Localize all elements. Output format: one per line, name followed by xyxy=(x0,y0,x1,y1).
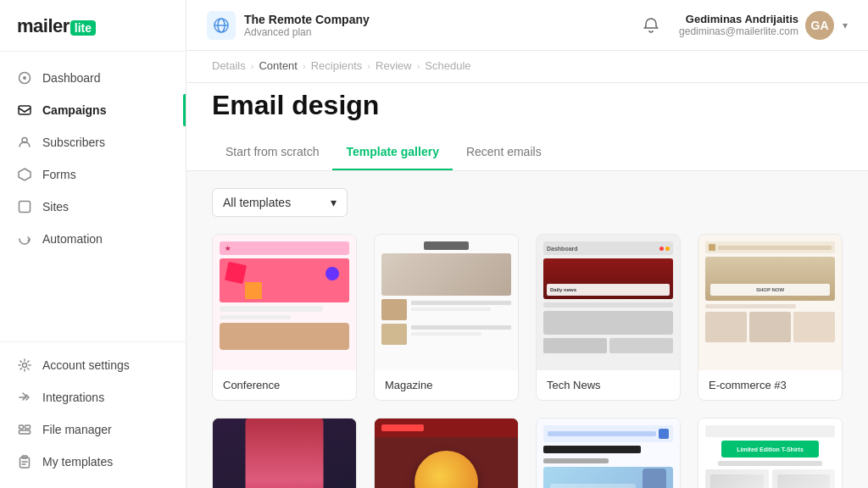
sidebar: mailerlite Dashboard Campaigns Subscribe… xyxy=(0,0,186,488)
logo-area: mailerlite xyxy=(0,0,186,52)
avatar: GA xyxy=(805,11,834,40)
sidebar-item-integrations[interactable]: Integrations xyxy=(0,381,186,413)
svg-rect-11 xyxy=(20,458,30,468)
template-label-ecommerce3: E-commerce #3 xyxy=(698,370,842,400)
tab-recent-emails[interactable]: Recent emails xyxy=(453,135,555,170)
template-card-magazine[interactable]: Magazine xyxy=(374,234,519,401)
sidebar-item-sites-label: Sites xyxy=(42,200,69,214)
template-card-pizza[interactable]: Restaurant xyxy=(374,418,519,488)
gallery-area: All templates ▾ ★ xyxy=(186,171,868,488)
sidebar-item-sites[interactable]: Sites xyxy=(0,191,186,223)
user-details: Gediminas Andrijaitis gediminas@mailerli… xyxy=(679,13,798,37)
svg-point-6 xyxy=(23,363,27,368)
user-email: gediminas@mailerlite.com xyxy=(679,25,798,37)
template-card-light-shirt[interactable]: Limited Edition T-Shirts xyxy=(698,418,843,488)
breadcrumb-sep-2: › xyxy=(303,61,306,71)
sidebar-item-dashboard-label: Dashboard xyxy=(42,71,101,85)
template-label-magazine: Magazine xyxy=(375,370,518,400)
svg-rect-2 xyxy=(19,106,31,114)
breadcrumb-recipients[interactable]: Recipients xyxy=(311,59,363,72)
template-card-dashboard-stats[interactable]: Newsletter #2 xyxy=(536,418,681,488)
template-card-tech-news[interactable]: Dashboard Daily news xyxy=(536,234,681,401)
template-thumb-magazine xyxy=(375,235,518,370)
sidebar-item-campaigns[interactable]: Campaigns xyxy=(0,94,186,126)
template-card-ecommerce3[interactable]: SHOP NOW E-commerce #3 xyxy=(698,234,843,401)
automation-icon xyxy=(17,231,32,247)
svg-point-1 xyxy=(23,76,26,80)
user-name: Gediminas Andrijaitis xyxy=(679,13,798,25)
template-card-fitness[interactable]: Fitness xyxy=(212,418,357,488)
sidebar-item-my-templates[interactable]: My templates xyxy=(0,446,186,478)
company-avatar xyxy=(207,11,236,40)
company-info[interactable]: The Remote Company Advanced plan xyxy=(207,11,370,40)
breadcrumb-bar: Details › Content › Recipients › Review … xyxy=(186,51,868,83)
breadcrumb-review[interactable]: Review xyxy=(376,59,412,72)
template-thumb-pizza xyxy=(375,419,518,488)
logo: mailerlite xyxy=(17,20,96,35)
account-settings-icon xyxy=(17,358,32,373)
breadcrumb-content[interactable]: Content xyxy=(259,59,298,72)
company-name: The Remote Company xyxy=(244,13,370,26)
svg-rect-8 xyxy=(19,430,31,434)
company-plan: Advanced plan xyxy=(244,26,370,38)
main-area: The Remote Company Advanced plan Gedimin… xyxy=(186,0,868,488)
svg-marker-4 xyxy=(19,169,31,180)
chevron-down-icon: ▾ xyxy=(843,19,848,31)
template-label-tech-news: Tech News xyxy=(537,370,680,400)
template-card-conference[interactable]: ★ Conference xyxy=(212,234,357,401)
sidebar-nav: Dashboard Campaigns Subscribers Forms Si… xyxy=(0,52,186,341)
file-manager-icon xyxy=(17,422,32,437)
sidebar-item-campaigns-label: Campaigns xyxy=(42,103,106,117)
tab-template-gallery[interactable]: Template gallery xyxy=(332,135,452,170)
breadcrumb-details[interactable]: Details xyxy=(212,59,246,72)
template-label-conference: Conference xyxy=(213,370,356,400)
filter-label: All templates xyxy=(223,196,291,209)
tab-start-from-scratch[interactable]: Start from scratch xyxy=(212,135,332,170)
sidebar-item-account-settings-label: Account settings xyxy=(42,358,130,372)
template-thumb-ecommerce3: SHOP NOW xyxy=(698,235,842,370)
user-menu[interactable]: Gediminas Andrijaitis gediminas@mailerli… xyxy=(679,11,848,40)
chevron-down-icon: ▾ xyxy=(331,196,337,209)
sidebar-item-subscribers[interactable]: Subscribers xyxy=(0,126,186,158)
template-grid: ★ Conference xyxy=(212,234,843,488)
my-templates-icon xyxy=(17,454,32,469)
svg-rect-9 xyxy=(25,425,31,429)
forms-icon xyxy=(17,167,32,182)
sidebar-item-automation-label: Automation xyxy=(42,232,103,246)
filter-row: All templates ▾ xyxy=(212,188,843,217)
tabs-bar: Start from scratch Template gallery Rece… xyxy=(186,135,868,171)
subscribers-icon xyxy=(17,135,32,150)
sidebar-item-my-templates-label: My templates xyxy=(42,455,113,469)
breadcrumb-sep-3: › xyxy=(367,61,370,71)
campaigns-icon xyxy=(17,103,32,118)
breadcrumb-sep-4: › xyxy=(417,61,420,71)
sidebar-item-forms-label: Forms xyxy=(42,168,76,181)
sidebar-bottom: Account settings Integrations File manag… xyxy=(0,341,186,488)
sidebar-item-file-manager[interactable]: File manager xyxy=(0,413,186,446)
breadcrumb-sep-1: › xyxy=(251,61,254,71)
sidebar-item-dashboard[interactable]: Dashboard xyxy=(0,62,186,94)
sidebar-item-account-settings[interactable]: Account settings xyxy=(0,349,186,381)
sidebar-item-automation[interactable]: Automation xyxy=(0,223,186,255)
page-title-section: Email design xyxy=(186,83,868,135)
sites-icon xyxy=(17,199,32,214)
company-details: The Remote Company Advanced plan xyxy=(244,13,370,38)
sidebar-item-forms[interactable]: Forms xyxy=(0,158,186,191)
header-right: Gediminas Andrijaitis gediminas@mailerli… xyxy=(637,11,848,40)
filter-dropdown[interactable]: All templates ▾ xyxy=(212,188,348,217)
content-area: Details › Content › Recipients › Review … xyxy=(186,51,868,488)
template-thumb-fitness xyxy=(213,419,356,488)
sidebar-item-subscribers-label: Subscribers xyxy=(42,136,105,149)
top-header: The Remote Company Advanced plan Gedimin… xyxy=(186,0,868,51)
breadcrumb: Details › Content › Recipients › Review … xyxy=(212,59,843,72)
svg-rect-5 xyxy=(19,202,31,213)
svg-rect-7 xyxy=(19,425,24,429)
notifications-button[interactable] xyxy=(637,11,665,40)
sidebar-item-integrations-label: Integrations xyxy=(42,391,104,404)
page-title: Email design xyxy=(212,83,843,135)
breadcrumb-schedule[interactable]: Schedule xyxy=(425,59,470,72)
template-thumb-light-shirt: Limited Edition T-Shirts xyxy=(698,419,842,488)
template-thumb-dashboard-stats xyxy=(537,419,680,488)
template-thumb-tech-news: Dashboard Daily news xyxy=(537,235,680,370)
template-thumb-conference: ★ xyxy=(213,235,356,370)
